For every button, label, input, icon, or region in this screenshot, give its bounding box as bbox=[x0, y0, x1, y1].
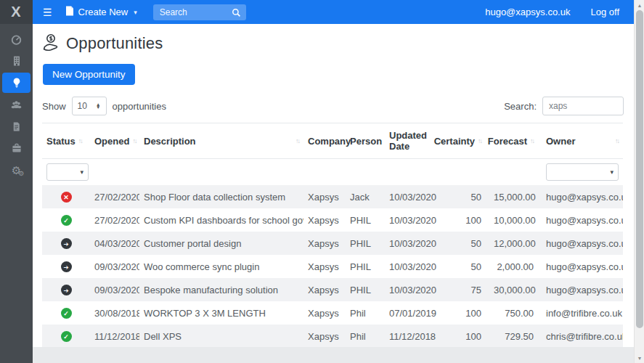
arrow-circle-icon bbox=[61, 238, 72, 249]
cell-forecast: 729.50 bbox=[489, 325, 542, 348]
cell-company: Xapsys bbox=[303, 301, 346, 325]
sidebar-item-documents[interactable] bbox=[2, 116, 30, 136]
table-row[interactable]: 09/03/2020 Bespoke manufacturing solutio… bbox=[42, 278, 623, 301]
cell-opened: 09/03/2020 bbox=[90, 255, 139, 278]
cell-opened: 11/12/2018 bbox=[90, 325, 139, 348]
cell-company: Xapsys bbox=[303, 232, 346, 255]
cell-opened: 27/02/2020 bbox=[90, 208, 139, 232]
cell-owner: hugo@xapsys.co.uk bbox=[542, 208, 623, 232]
document-icon bbox=[11, 121, 22, 132]
sidebar-item-jobs[interactable] bbox=[2, 138, 30, 158]
page-title: Opportunities bbox=[66, 34, 163, 53]
hamburger-menu-icon[interactable]: ☰ bbox=[43, 7, 52, 18]
cell-owner: hugo@xapsys.co.uk bbox=[542, 185, 623, 208]
cell-updated-date: 11/12/2018 bbox=[385, 325, 447, 348]
cell-description: Dell XPS bbox=[139, 325, 303, 348]
chevron-down-icon: ▾ bbox=[80, 168, 83, 176]
owner-filter-select[interactable]: ▾ bbox=[546, 163, 619, 181]
sort-icon: ↑↓ bbox=[530, 137, 534, 144]
column-header-status[interactable]: Status↑↓ bbox=[42, 123, 90, 159]
cell-description: Custom KPI dashboards for school governo… bbox=[139, 208, 303, 232]
sidebar-item-contacts[interactable] bbox=[2, 94, 30, 115]
sidebar-item-settings[interactable]: ⚙⚙ bbox=[2, 160, 30, 180]
scroll-down-icon[interactable]: ▼ bbox=[635, 353, 644, 363]
gauge-icon bbox=[10, 33, 23, 46]
column-header-person[interactable]: Person bbox=[346, 123, 385, 159]
cell-certainty: 50 bbox=[447, 232, 489, 255]
column-header-owner[interactable]: Owner↑↓ bbox=[542, 123, 623, 159]
cell-owner: hugo@xapsys.co.uk bbox=[542, 255, 623, 278]
cell-updated-date: 10/03/2020 bbox=[385, 255, 447, 278]
sidebar-item-companies[interactable] bbox=[2, 51, 30, 71]
cell-description: Woo commerce sync plugin bbox=[139, 255, 303, 278]
new-document-icon bbox=[65, 6, 74, 18]
column-header-forecast[interactable]: Forecast↑↓ bbox=[489, 123, 542, 159]
table-row[interactable]: 30/08/2018 WORKTOP 3 X 3M LENGTH Xapsys … bbox=[42, 301, 623, 325]
cell-person: PHIL bbox=[346, 255, 385, 278]
cell-person: Jack bbox=[346, 185, 385, 208]
sort-icon: ↑↓ bbox=[132, 137, 136, 144]
arrow-circle-icon bbox=[61, 261, 72, 272]
table-row[interactable]: 09/03/2020 Woo commerce sync plugin Xaps… bbox=[42, 255, 623, 278]
sort-icon: ↑↓ bbox=[295, 137, 299, 144]
create-new-label: Create New bbox=[78, 7, 129, 17]
logoff-button[interactable]: Log off bbox=[590, 7, 619, 17]
cell-company: Xapsys bbox=[303, 208, 346, 232]
app-logo[interactable]: X bbox=[0, 0, 33, 24]
cell-opened: 27/02/2020 bbox=[90, 185, 139, 208]
column-header-opened[interactable]: Opened↑↓ bbox=[90, 123, 139, 159]
vertical-scrollbar[interactable]: ▲ ▼ bbox=[634, 0, 644, 363]
cell-certainty: 100 bbox=[447, 208, 489, 232]
user-email[interactable]: hugo@xapsys.co.uk bbox=[485, 7, 570, 17]
table-row[interactable]: 27/02/2020 Shop Floor data collection sy… bbox=[42, 185, 623, 208]
cell-owner: chris@trifibre.co.uk bbox=[542, 325, 623, 348]
status-filter-select[interactable]: ▾ bbox=[46, 163, 89, 181]
main-content: Opportunities New Opportunity Show 10 ▲▼… bbox=[33, 24, 634, 363]
table-filter-row: ▾ ▾ bbox=[42, 159, 623, 186]
lightbulb-icon bbox=[11, 77, 23, 89]
create-new-button[interactable]: Create New ▾ bbox=[65, 6, 137, 18]
cell-company: Xapsys bbox=[303, 325, 346, 348]
column-header-certainty[interactable]: Certainty↑↓ bbox=[447, 123, 489, 159]
table-row[interactable]: 04/03/2020 Customer portal design Xapsys… bbox=[42, 232, 623, 255]
cell-company: Xapsys bbox=[303, 278, 346, 301]
cross-circle-icon bbox=[61, 192, 72, 203]
page-size-select[interactable]: 10 ▲▼ bbox=[72, 97, 107, 115]
cell-owner: hugo@xapsys.co.uk bbox=[542, 232, 623, 255]
hand-dollar-icon bbox=[42, 33, 61, 54]
cell-owner: hugo@xapsys.co.uk bbox=[542, 278, 623, 301]
cell-updated-date: 10/03/2020 bbox=[385, 278, 447, 301]
cell-updated-date: 10/03/2020 bbox=[385, 232, 447, 255]
cell-certainty: 50 bbox=[447, 185, 489, 208]
column-header-description[interactable]: Description↑↓ bbox=[139, 123, 303, 159]
search-icon[interactable] bbox=[232, 7, 241, 20]
select-spinner-icon: ▲▼ bbox=[96, 103, 100, 110]
gears-icon: ⚙⚙ bbox=[12, 165, 21, 176]
table-search-input[interactable] bbox=[542, 97, 624, 115]
show-suffix-label: opportunities bbox=[113, 101, 166, 112]
sort-icon: ↑↓ bbox=[478, 137, 481, 144]
sort-icon: ↑↓ bbox=[78, 137, 82, 144]
cell-updated-date: 10/03/2020 bbox=[385, 185, 447, 208]
column-header-company[interactable]: Company bbox=[303, 123, 346, 159]
table-row[interactable]: 27/02/2020 Custom KPI dashboards for sch… bbox=[42, 208, 623, 232]
cell-certainty: 100 bbox=[447, 325, 489, 348]
cell-forecast: 2,000.00 bbox=[489, 255, 542, 278]
sidebar-item-dashboard[interactable] bbox=[2, 29, 30, 49]
cell-description: Customer portal design bbox=[139, 232, 303, 255]
sidebar-item-opportunities[interactable] bbox=[2, 73, 30, 93]
new-opportunity-button[interactable]: New Opportunity bbox=[43, 64, 135, 85]
scrollbar-thumb[interactable] bbox=[636, 10, 643, 328]
scroll-up-icon[interactable]: ▲ bbox=[635, 0, 644, 10]
cell-certainty: 100 bbox=[447, 301, 489, 325]
cell-person: PHIL bbox=[346, 232, 385, 255]
table-row[interactable]: 11/12/2018 Dell XPS Xapsys Phil 11/12/20… bbox=[42, 325, 623, 348]
cell-company: Xapsys bbox=[303, 185, 346, 208]
cell-forecast: 750.00 bbox=[489, 301, 542, 325]
check-circle-icon bbox=[61, 331, 72, 342]
cell-description: Shop Floor data collection system bbox=[139, 185, 303, 208]
cell-forecast: 30,000.00 bbox=[489, 278, 542, 301]
cell-certainty: 75 bbox=[447, 278, 489, 301]
global-search bbox=[153, 4, 246, 20]
cell-person: Phil bbox=[346, 325, 385, 348]
